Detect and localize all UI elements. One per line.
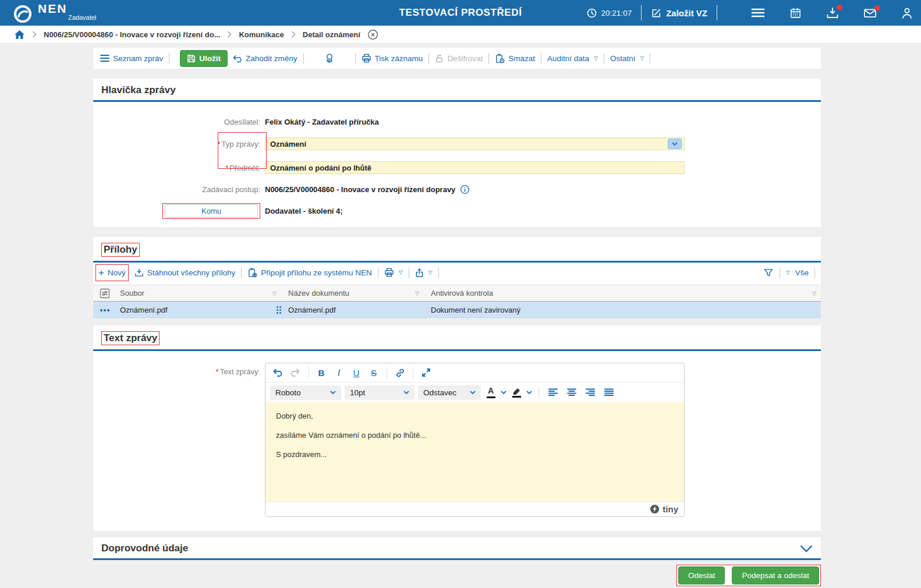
notification-dot xyxy=(874,5,880,11)
italic-button[interactable]: I xyxy=(331,365,346,380)
unlock-icon xyxy=(435,54,444,63)
field-label: *Text zprávy: xyxy=(93,363,265,376)
bold-button[interactable]: B xyxy=(314,365,329,380)
editor-status-bar: tiny xyxy=(265,501,684,516)
column-header-soubor[interactable]: Soubor ▽ xyxy=(116,289,282,297)
info-icon[interactable] xyxy=(460,185,470,194)
mail-button[interactable] xyxy=(863,8,877,19)
editor-content-area[interactable]: Dobrý den, zasíláme Vám oznámení o podán… xyxy=(265,402,684,501)
table-row[interactable]: Oznámení.pdf Oznámení.pdf Dokument není … xyxy=(93,302,821,318)
strikethrough-button[interactable]: S xyxy=(366,365,381,380)
auditni-data-menu[interactable]: Auditní data ▽ xyxy=(547,54,598,63)
divider xyxy=(604,53,604,64)
row-menu-icon[interactable] xyxy=(93,309,116,311)
user-button[interactable] xyxy=(901,7,913,19)
breadcrumb-item-komunikace[interactable]: Komunikace xyxy=(239,30,284,39)
predmet-input-wrap xyxy=(265,161,685,174)
podepsat-a-odeslat-button[interactable]: Podepsat a odeslat xyxy=(732,566,819,585)
section-doprovodne-udaje[interactable]: Doprovodné údaje xyxy=(93,537,821,560)
zahodit-zmeny-button[interactable]: Zahodit změny xyxy=(232,54,297,63)
odeslat-button[interactable]: Odeslat xyxy=(678,566,725,585)
triangle-down-icon: ▽ xyxy=(594,55,598,61)
komu-value: Dodavatel - školení 4; xyxy=(265,207,343,215)
home-icon[interactable] xyxy=(14,30,25,40)
predmet-input[interactable] xyxy=(270,164,682,172)
section-title: Hlavička zprávy xyxy=(101,84,176,96)
font-family-select[interactable]: Roboto xyxy=(270,385,341,400)
divider xyxy=(539,387,539,398)
column-header-nazev[interactable]: Název dokumentu ▽ xyxy=(282,289,425,297)
field-typ-zpravy: *Typ zprávy: Oznámení xyxy=(93,137,821,150)
editor-toolbar-row2: Roboto 10pt Odstavec A xyxy=(265,382,684,402)
column-header-antivir[interactable]: Antivirová kontrola ▽ xyxy=(425,289,821,297)
align-justify-button[interactable] xyxy=(601,385,617,400)
section-header: Hlavička zprávy xyxy=(93,79,821,102)
komu-button[interactable]: Komu xyxy=(165,204,258,218)
nen-logo[interactable]: NEN Zadavatel xyxy=(13,2,96,24)
inbox-download-button[interactable] xyxy=(826,7,839,19)
column-filter-icon[interactable]: ▽ xyxy=(415,291,419,296)
column-settings-icon[interactable] xyxy=(93,288,116,299)
divider xyxy=(303,53,304,64)
highlight-color-button[interactable] xyxy=(510,385,523,400)
paragraph-format-select[interactable]: Odstavec xyxy=(418,385,481,400)
close-tab-icon[interactable] xyxy=(367,29,378,40)
nen-logo-icon xyxy=(13,4,33,24)
redo-button[interactable] xyxy=(288,365,303,380)
odesilatel-value: Felix Okátý - Zadavatel příručka xyxy=(265,118,379,126)
drag-handle-icon[interactable] xyxy=(277,306,281,314)
medal-icon xyxy=(325,53,334,63)
novy-button[interactable]: + Nový xyxy=(98,268,126,278)
annotation-novy: + Nový xyxy=(95,264,129,281)
download-icon xyxy=(134,268,144,277)
menu-button[interactable] xyxy=(751,7,765,19)
chevron-right-icon xyxy=(32,31,37,38)
tisk-zaznamu-button[interactable]: Tisk záznamu xyxy=(362,54,423,63)
divider xyxy=(488,53,489,64)
certificate-button[interactable] xyxy=(310,53,349,63)
calendar-button[interactable] xyxy=(789,7,802,19)
tiny-logo-icon xyxy=(650,504,660,514)
triangle-down-icon: ▽ xyxy=(786,270,790,275)
dropdown-chevron-button[interactable] xyxy=(668,139,682,149)
chevron-down-icon[interactable] xyxy=(800,545,813,552)
align-left-button[interactable] xyxy=(545,385,561,400)
align-center-button[interactable] xyxy=(564,385,579,400)
column-filter-icon[interactable]: ▽ xyxy=(812,291,816,296)
field-predmet: *Předmět: xyxy=(93,161,821,174)
column-filter-icon[interactable]: ▽ xyxy=(272,291,277,296)
seznam-zprav-button[interactable]: Seznam zpráv xyxy=(100,54,163,63)
delete-record-icon xyxy=(495,54,505,63)
cell-soubor: Oznámení.pdf xyxy=(120,306,168,314)
save-button[interactable]: Uložit xyxy=(180,50,228,67)
text-color-chevron[interactable] xyxy=(501,391,506,394)
divider xyxy=(169,53,169,64)
print-attachments-button[interactable]: ▽ xyxy=(384,268,403,277)
annotation-komu: Komu xyxy=(162,203,260,219)
stahnout-vsechny-button[interactable]: Stáhnout všechny přílohy xyxy=(134,268,236,277)
field-odesilatel: Odesílatel: Felix Okátý - Zadavatel přír… xyxy=(93,116,821,127)
divider xyxy=(308,367,309,378)
zalozit-vz-button[interactable]: Založit VZ xyxy=(651,8,707,19)
save-icon xyxy=(187,54,196,63)
align-right-button[interactable] xyxy=(583,385,598,400)
font-size-select[interactable]: 10pt xyxy=(345,385,415,400)
undo-button[interactable] xyxy=(270,365,285,380)
filter-icon[interactable] xyxy=(763,268,774,278)
pripojit-nen-button[interactable]: Připojit přílohu ze systému NEN xyxy=(247,268,372,278)
text-color-button[interactable]: A xyxy=(484,385,497,400)
breadcrumb-item-detail[interactable]: Detail oznámení xyxy=(303,30,360,39)
highlight-color-chevron[interactable] xyxy=(526,391,532,394)
typ-zpravy-value: Oznámení xyxy=(270,140,306,148)
vse-filter-menu[interactable]: ▽ Vše xyxy=(786,268,809,277)
section-title: Text zprávy xyxy=(104,332,157,343)
smazat-button[interactable]: Smazat xyxy=(495,54,535,63)
typ-zpravy-select[interactable]: Oznámení xyxy=(265,137,685,150)
fullscreen-button[interactable] xyxy=(419,365,434,380)
ostatni-menu[interactable]: Ostatní ▽ xyxy=(610,54,644,63)
link-button[interactable] xyxy=(392,365,408,380)
export-button[interactable]: ▽ xyxy=(415,268,433,278)
breadcrumb-item-procedure[interactable]: N006/25/V00004860 - Inovace v rozvoji ří… xyxy=(44,30,220,39)
desifrovat-button[interactable]: Dešifrovat xyxy=(435,54,483,63)
underline-button[interactable]: U xyxy=(349,365,364,380)
